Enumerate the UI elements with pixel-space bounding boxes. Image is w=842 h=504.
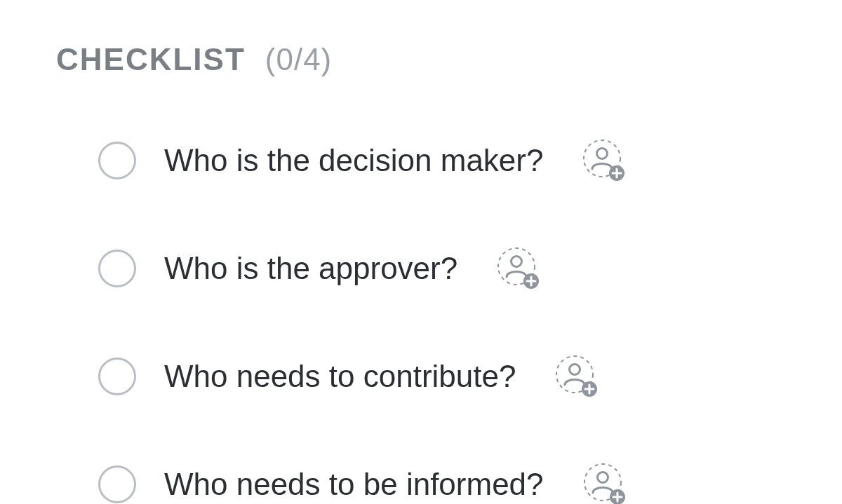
- svg-point-1: [597, 149, 608, 159]
- item-checkbox[interactable]: [98, 465, 136, 503]
- svg-point-6: [512, 257, 522, 267]
- checklist-item: Who is the approver?: [98, 247, 786, 290]
- item-label[interactable]: Who needs to be informed?: [164, 467, 544, 502]
- item-checkbox[interactable]: [98, 142, 136, 179]
- checklist-count: (0/4): [265, 42, 332, 77]
- checklist-title: CHECKLIST: [56, 42, 246, 77]
- svg-point-16: [597, 472, 608, 483]
- assign-person-icon[interactable]: [582, 139, 626, 182]
- item-label[interactable]: Who is the approver?: [164, 251, 457, 286]
- assign-person-icon[interactable]: [555, 355, 599, 398]
- checklist-item: Who is the decision maker?: [98, 139, 786, 182]
- assign-person-icon[interactable]: [497, 247, 540, 290]
- checklist-list: Who is the decision maker? Who is the ap…: [56, 139, 786, 504]
- checklist-header: CHECKLIST (0/4): [56, 42, 786, 77]
- item-checkbox[interactable]: [98, 250, 136, 287]
- checklist-item: Who needs to be informed?: [98, 463, 786, 504]
- item-label[interactable]: Who is the decision maker?: [164, 143, 543, 178]
- item-checkbox[interactable]: [98, 357, 136, 395]
- svg-point-11: [570, 365, 580, 375]
- item-label[interactable]: Who needs to contribute?: [164, 359, 516, 394]
- checklist-panel: CHECKLIST (0/4) Who is the decision make…: [0, 0, 842, 504]
- assign-person-icon[interactable]: [583, 463, 627, 504]
- checklist-item: Who needs to contribute?: [98, 355, 786, 398]
